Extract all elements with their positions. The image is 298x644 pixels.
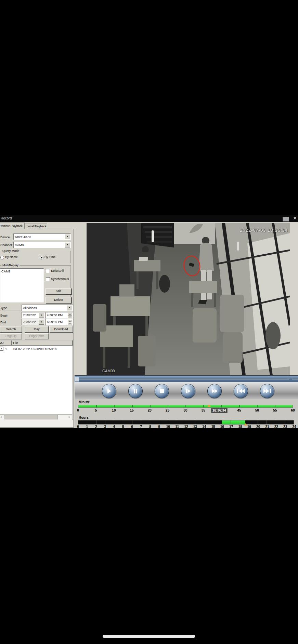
file-table-header-no[interactable]: NO (0, 340, 12, 346)
pause-control-button[interactable] (128, 384, 143, 398)
seek-thumb[interactable] (75, 377, 79, 382)
device-label: Device (0, 236, 10, 239)
select-all-checkbox[interactable] (46, 269, 50, 273)
file-table-header-file[interactable]: File (12, 340, 73, 346)
hour-tick-label: 23 (283, 425, 287, 429)
hour-segment (132, 420, 141, 424)
minute-tick-label: 30 (183, 408, 187, 412)
chevron-down-icon[interactable]: ▼ (65, 242, 70, 247)
chevron-down-icon: ▼ (39, 320, 44, 325)
hour-tick-label: 8 (149, 425, 151, 429)
minute-tick (185, 405, 186, 407)
end-time-spinner[interactable]: 6:59:59 PM ▲▼ (46, 319, 73, 325)
scroll-left-icon[interactable]: ◄ (0, 415, 3, 420)
minute-tick (114, 405, 115, 407)
row-checkbox[interactable]: ✓ (0, 347, 3, 351)
minute-timeline-bar[interactable] (78, 405, 293, 408)
hour-segment (249, 420, 258, 424)
hour-tick-label: 4 (113, 425, 115, 429)
tab-local-playback[interactable]: Local Playback (25, 224, 47, 229)
close-icon[interactable]: ✕ (292, 216, 298, 221)
hour-tick-label: 13 (193, 425, 197, 429)
minute-tick (275, 405, 275, 407)
file-table-hscrollbar[interactable]: ◄ ► (0, 414, 72, 420)
panel-footer (0, 420, 73, 427)
window-title: Record (1, 216, 12, 220)
spinner-arrows-icon[interactable]: ▲▼ (68, 313, 72, 318)
minute-tick-label: 60 (291, 408, 295, 412)
play-control-button[interactable] (102, 384, 116, 398)
hour-tick-label: 10 (166, 425, 170, 429)
maximize-icon[interactable] (283, 217, 289, 222)
multireplay-legend: MultiReplay (1, 264, 20, 267)
hour-segment (186, 420, 195, 424)
hour-tick-label: 17 (229, 425, 233, 429)
hour-tick-label: 16 (220, 425, 224, 429)
hour-segment (87, 420, 96, 424)
minute-tick-label: 50 (255, 408, 259, 412)
hour-tick-label: 6 (131, 425, 133, 429)
hour-segment (222, 420, 231, 424)
minute-tick-label: 5 (95, 408, 97, 412)
seek-bar[interactable] (75, 375, 298, 383)
multireplay-list[interactable]: CAM9 (0, 268, 44, 303)
table-row[interactable]: ✓ 1 03-07-2022 16:30:00-18:59:59 (0, 346, 73, 352)
seek-track-end (292, 379, 298, 379)
synchronous-checkbox[interactable] (46, 277, 50, 281)
by-time-radio[interactable] (40, 256, 43, 259)
hours-timeline-bar[interactable] (78, 420, 294, 425)
begin-time-spinner[interactable]: 4:30:00 PM ▲▼ (46, 312, 73, 319)
minute-tick (96, 405, 97, 407)
hour-tick-label: 0 (77, 425, 79, 429)
seek-track (79, 379, 289, 379)
hour-segment (123, 420, 132, 424)
panel-divider (74, 229, 74, 428)
by-name-radio[interactable] (0, 256, 4, 259)
minute-tick-label: 45 (237, 408, 241, 412)
skip-to-end-control-button[interactable] (260, 384, 274, 398)
camera-label: CAM09 (102, 369, 115, 373)
hour-cursor-icon[interactable] (244, 423, 247, 426)
hour-segment (204, 420, 213, 424)
rewind-to-start-control-button[interactable] (234, 384, 248, 398)
tab-remote-playback[interactable]: Remote Playback (0, 223, 25, 229)
osd-timestamp: 2022-07-03 18:36:34 (240, 228, 288, 233)
device-select[interactable]: Store 4279 ▼ (13, 233, 71, 240)
hour-tick-label: 20 (256, 425, 260, 429)
step-play-control-button[interactable] (181, 384, 195, 398)
delete-button[interactable]: Delete (46, 297, 72, 303)
chevron-down-icon[interactable]: ▼ (39, 313, 44, 318)
minute-tick-label: 35 (202, 408, 205, 412)
home-indicator[interactable] (103, 635, 195, 638)
download-button[interactable]: Download (49, 326, 73, 333)
hour-segment (159, 420, 168, 424)
minute-tick (150, 405, 151, 407)
stop-control-button[interactable] (155, 384, 169, 398)
hour-tick-label: 12 (184, 425, 188, 429)
video-frame[interactable]: 2022-07-03 18:36:34 CAM09 (87, 223, 290, 375)
hour-segment (168, 420, 177, 424)
channel-select[interactable]: CAM9 ▼ (13, 242, 71, 248)
play-button[interactable]: Play (25, 326, 49, 333)
minute-tick (203, 405, 204, 407)
playback-region: 2022-07-03 18:36:34 CAM09 (75, 222, 298, 428)
chevron-down-icon[interactable]: ▼ (67, 305, 72, 310)
scrollbar-thumb[interactable] (4, 415, 58, 419)
hour-tick-label: 18 (238, 425, 242, 429)
minute-cursor-icon[interactable] (207, 404, 211, 407)
hour-segment (141, 420, 150, 424)
channel-label: Channel (0, 243, 12, 247)
begin-date-picker[interactable]: 7/ 3/2022 ▼ (22, 312, 45, 319)
chevron-down-icon[interactable]: ▼ (65, 234, 70, 239)
window-titlebar[interactable]: Record ✕ (0, 215, 298, 222)
list-item[interactable]: CAM9 (1, 269, 10, 273)
search-button[interactable]: Search (0, 326, 22, 333)
spinner-arrows-icon[interactable]: ▲▼ (68, 320, 72, 325)
file-table: NO File ✓ 1 03-07-2022 16:30:00-18:59:59… (0, 340, 73, 420)
type-select[interactable]: All videos ▼ (22, 305, 73, 311)
minute-tick (239, 405, 240, 407)
fast-forward-control-button[interactable] (207, 384, 222, 398)
add-button[interactable]: Add (46, 288, 72, 294)
hour-segment (177, 420, 186, 424)
scroll-right-icon[interactable]: ► (67, 415, 72, 420)
